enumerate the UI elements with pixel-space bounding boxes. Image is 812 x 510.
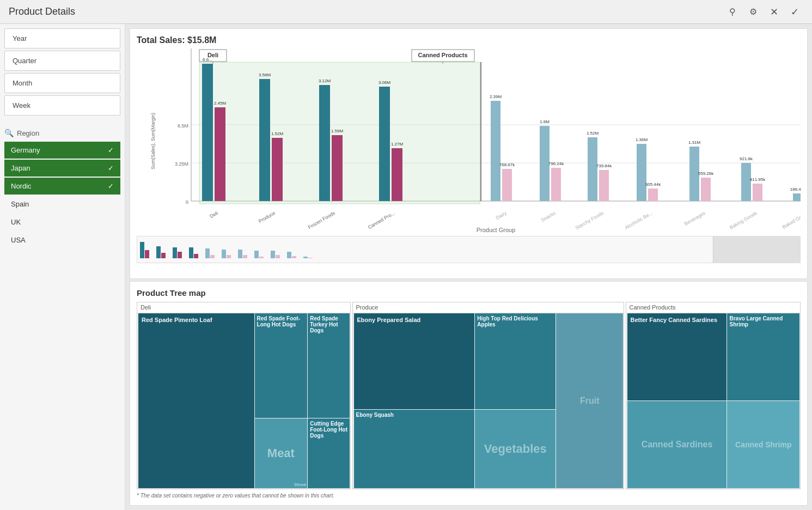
treemap-canned-cells: Better Fancy Canned Sardines Bravo Large… [626,312,801,489]
region-japan[interactable]: Japan ✓ [4,160,120,177]
svg-rect-84 [254,251,259,258]
toolbar-icons: ⚲ ⚙ ✕ ✓ [724,3,803,21]
svg-rect-88 [287,252,291,258]
tm-cell-footlong: Red Spade Foot-Long Hot Dogs [255,313,308,418]
svg-rect-12 [202,64,213,201]
region-usa[interactable]: USA [4,232,120,248]
tm-cell-meat: Meat Diced [255,418,308,488]
treemap-produce-cells: Ebony Prepared Salad High Top Red Delici… [353,312,624,489]
svg-rect-43 [588,137,597,201]
svg-text:Dairy: Dairy [495,210,508,220]
treemap-panel: Product Tree map Deli Red Spade Pimento … [130,281,808,506]
svg-rect-86 [271,251,275,258]
svg-rect-45 [599,170,609,201]
svg-rect-63 [793,193,801,201]
svg-rect-77 [194,254,198,258]
search-button[interactable]: ⚲ [724,3,741,21]
y-axis-label: Sum(Sales), Sum(Margin) [137,48,169,234]
svg-rect-19 [272,138,283,201]
svg-rect-78 [205,248,210,258]
chart-svg-container[interactable]: 0 3.25M 6.5M Deli Canned Products [169,48,801,234]
svg-text:796.24k: 796.24k [548,161,564,166]
search-icon: 🔍 [4,129,14,137]
tm-cell-sardines: Better Fancy Canned Sardines [627,313,727,400]
svg-rect-71 [145,250,149,258]
region-header: 🔍 Region [4,126,120,142]
treemap-title: Product Tree map [137,288,801,298]
tm-cell-shrimp: Bravo Large Canned Shrimp [727,313,799,400]
svg-text:3.12M: 3.12M [319,78,331,83]
top-bar: Product Details ⚲ ⚙ ✕ ✓ [0,0,812,24]
svg-text:2.45M: 2.45M [214,101,227,106]
svg-text:2.39M: 2.39M [490,94,502,99]
treemap-deli: Deli Red Spade Pimento Loaf Red Spade Fo… [137,302,351,489]
page-title: Product Details [9,6,75,17]
region-spain[interactable]: Spain [4,196,120,212]
svg-rect-48 [637,144,646,201]
scroll-chart[interactable] [137,236,801,263]
check-icon-japan: ✓ [108,164,114,172]
svg-text:559.28k: 559.28k [698,171,714,176]
svg-rect-27 [379,87,390,201]
svg-rect-72 [156,246,161,258]
filter-year[interactable]: Year [4,28,120,48]
svg-rect-91 [308,258,313,258]
sidebar: Year Quarter Month Week 🔍 Region Germany… [0,24,125,510]
svg-text:1.59M: 1.59M [331,129,344,133]
svg-rect-75 [178,252,182,258]
chart-panel: Total Sales: $15.8M Sum(Sales), Sum(Marg… [130,28,808,279]
region-nordic[interactable]: Nordic ✓ [4,178,120,195]
svg-rect-29 [392,148,402,201]
svg-rect-60 [753,184,762,201]
confirm-button[interactable]: ✓ [786,3,803,21]
svg-rect-82 [238,250,242,258]
tm-cell-cutting: Cutting Edge Foot-Long Hot Dogs [308,418,350,488]
svg-text:1.36M: 1.36M [636,137,648,142]
svg-text:739.84k: 739.84k [596,163,612,168]
region-germany[interactable]: Germany ✓ [4,142,120,159]
treemap-produce: Produce Ebony Prepared Salad High Top Re… [352,302,624,489]
tm-cell-shrimp-watermark: Canned Shrimp [727,401,799,488]
settings-button[interactable]: ⚙ [744,3,762,21]
check-icon-germany: ✓ [108,146,114,154]
svg-rect-17 [259,79,270,201]
treemap-inner: Deli Red Spade Pimento Loaf Red Spade Fo… [137,302,801,489]
svg-text:3.25M: 3.25M [175,161,188,167]
treemap-footnote: * The data set contains negative or zero… [137,493,801,499]
svg-rect-80 [222,250,226,258]
content-area: Total Sales: $15.8M Sum(Sales), Sum(Marg… [125,24,812,510]
x-axis-label: Product Group [191,227,801,233]
scroll-indicator[interactable] [713,236,800,263]
tm-cell-sardines-watermark: Canned Sardines [627,401,727,488]
svg-text:Snacks: Snacks [540,210,557,223]
svg-text:768.67k: 768.67k [499,162,515,167]
treemap-canned-label: Canned Products [626,302,801,312]
filter-quarter[interactable]: Quarter [4,51,120,71]
treemap-deli-label: Deli [137,302,350,312]
svg-text:1.52M: 1.52M [271,131,284,136]
region-uk[interactable]: UK [4,214,120,230]
filter-month[interactable]: Month [4,73,120,93]
svg-rect-89 [292,256,296,258]
svg-text:186.49k: 186.49k [790,187,801,192]
svg-text:305.44k: 305.44k [645,182,661,187]
svg-text:411.95k: 411.95k [750,177,766,182]
svg-text:921.8k: 921.8k [740,156,753,161]
svg-rect-83 [243,255,247,258]
svg-rect-40 [551,168,561,201]
treemap-deli-cells: Red Spade Pimento Loaf Red Spade Foot-Lo… [137,312,350,489]
svg-rect-33 [491,101,500,201]
svg-rect-87 [276,255,280,258]
svg-rect-58 [741,163,751,201]
tm-cell-fruit-watermark: Fruit [556,313,623,488]
svg-text:6.6...: 6.6... [203,57,212,62]
close-button[interactable]: ✕ [765,3,783,21]
svg-rect-55 [701,178,711,201]
tm-cell-squash: Ebony Squash [354,410,475,488]
svg-rect-24 [332,135,343,201]
tm-cell-turkey: Red Spade Turkey Hot Dogs [308,313,350,418]
filter-week[interactable]: Week [4,95,120,116]
main-layout: Year Quarter Month Week 🔍 Region Germany… [0,24,812,510]
svg-rect-76 [189,247,193,258]
chart-title: Total Sales: $15.8M [137,35,801,45]
